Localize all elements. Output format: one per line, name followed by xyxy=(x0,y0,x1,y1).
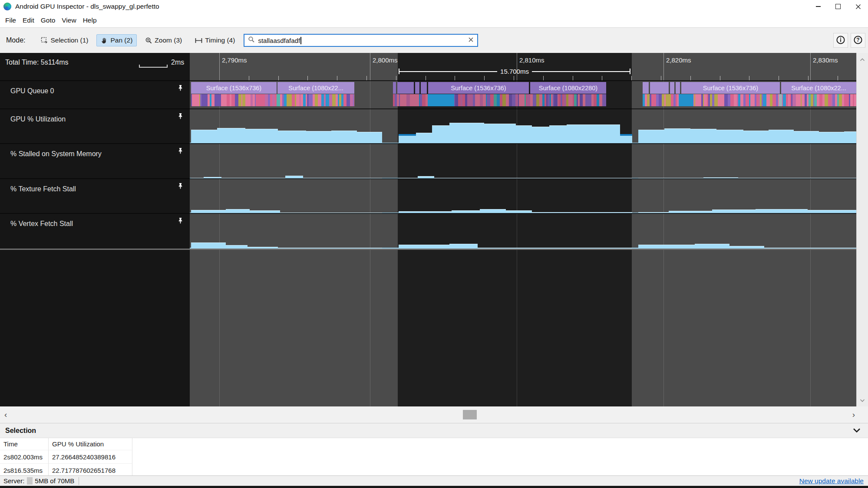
chart-segment[interactable] xyxy=(399,245,449,249)
slice-stripe xyxy=(265,94,268,106)
pin-icon[interactable] xyxy=(177,147,184,156)
surface-span[interactable]: Surface (1536x736) xyxy=(428,82,529,94)
surface-span[interactable] xyxy=(421,82,427,94)
info-button[interactable] xyxy=(833,33,848,48)
column-header-time: Time xyxy=(0,438,49,450)
surface-span[interactable]: Surface (1536x736) xyxy=(191,82,277,94)
surface-span-label: Surface (1080x22... xyxy=(288,85,343,92)
chart-segment[interactable] xyxy=(416,133,432,144)
menu-item-help[interactable]: Help xyxy=(83,16,97,24)
chart-segment[interactable] xyxy=(716,130,743,144)
table-row[interactable]: 2s816.535ms22.717787602651768 xyxy=(0,464,868,475)
chart-segment[interactable] xyxy=(357,132,382,144)
surface-span[interactable] xyxy=(393,82,396,94)
pin-icon[interactable] xyxy=(177,113,184,121)
selection-panel-header[interactable]: Selection xyxy=(0,423,868,438)
surface-span[interactable]: Surface (1080x22... xyxy=(781,82,856,94)
chart-segment[interactable] xyxy=(331,131,357,144)
chart-segment[interactable] xyxy=(217,128,245,144)
table-row[interactable]: 2s802.003ms27.266485240389816 xyxy=(0,450,868,464)
surface-span[interactable]: Surface (1080x2280) xyxy=(530,82,606,94)
slice-stripe xyxy=(594,94,597,106)
scroll-left-icon[interactable]: ‹ xyxy=(4,410,7,419)
surface-span[interactable] xyxy=(397,82,414,94)
timeline[interactable]: 2,790ms2,800ms2,810ms2,820ms2,830ms15.70… xyxy=(0,53,868,406)
tracks-end-line xyxy=(0,249,868,250)
surface-span[interactable] xyxy=(676,82,680,94)
mode-button-timing[interactable]: Timing (4) xyxy=(190,34,239,46)
chart-segment[interactable] xyxy=(449,123,484,144)
chart-segment[interactable] xyxy=(191,242,226,249)
pin-icon[interactable] xyxy=(177,217,184,226)
close-icon xyxy=(855,4,861,10)
surface-span[interactable]: Surface (1536x736) xyxy=(681,82,780,94)
scroll-down-icon[interactable] xyxy=(860,396,865,404)
chart-segment[interactable] xyxy=(690,129,716,144)
chart-segment[interactable] xyxy=(664,128,690,144)
chart-segment[interactable] xyxy=(549,125,567,144)
search-input[interactable]: stallaasdfafadf xyxy=(258,37,300,44)
vertical-scrollbar[interactable] xyxy=(856,53,868,406)
surface-span[interactable] xyxy=(415,82,419,94)
scroll-right-icon[interactable]: › xyxy=(852,410,855,419)
scrollbar-thumb[interactable] xyxy=(463,410,477,419)
pin-icon[interactable] xyxy=(177,85,184,93)
close-button[interactable] xyxy=(848,0,868,13)
gpu-queue-slices[interactable] xyxy=(191,94,354,106)
slice-stripe xyxy=(606,94,606,106)
surface-span[interactable] xyxy=(643,82,649,94)
chart-segment[interactable] xyxy=(638,130,664,144)
chart-segment-selected[interactable] xyxy=(399,134,416,144)
chart-segment[interactable] xyxy=(226,245,248,249)
menu-item-view[interactable]: View xyxy=(62,16,76,24)
surface-span[interactable] xyxy=(650,82,669,94)
track-label-gpu-queue-0: GPU Queue 0 xyxy=(10,87,54,95)
mode-button-pan[interactable]: Pan (2) xyxy=(96,34,137,46)
minimize-button[interactable] xyxy=(808,0,828,13)
chart-segment[interactable] xyxy=(844,131,856,144)
chevron-down-icon[interactable] xyxy=(852,428,861,434)
surface-span[interactable] xyxy=(670,82,674,94)
chart-segment-selected[interactable] xyxy=(620,134,632,144)
chart-segment[interactable] xyxy=(769,130,794,144)
slice-stripe xyxy=(196,94,199,106)
chart-segment[interactable] xyxy=(794,131,819,144)
chart-segment[interactable] xyxy=(819,132,844,144)
chart-segment[interactable] xyxy=(245,129,278,144)
slice-stripe xyxy=(221,94,224,106)
help-button[interactable]: ? xyxy=(851,33,865,48)
slice-stripe xyxy=(332,94,336,106)
surface-span[interactable]: Surface (1080x22... xyxy=(277,82,354,94)
gpu-queue-slices[interactable] xyxy=(643,94,856,106)
search-box[interactable]: stallaasdfafadf xyxy=(244,34,478,47)
chart-segment[interactable] xyxy=(567,124,620,144)
chart-segment[interactable] xyxy=(638,245,695,249)
mode-button-selection[interactable]: Selection (1) xyxy=(36,34,92,46)
svg-text:?: ? xyxy=(856,37,859,43)
chart-segment[interactable] xyxy=(695,244,729,249)
menu-item-edit[interactable]: Edit xyxy=(23,16,34,24)
chart-segment[interactable] xyxy=(516,125,532,144)
slice-stripe xyxy=(599,94,602,106)
track-header-panel: Total Time: 5s114ms2ms xyxy=(0,53,190,406)
update-link[interactable]: New update available xyxy=(799,477,864,485)
mode-button-zoom[interactable]: Zoom (3) xyxy=(141,34,186,46)
menu-item-file[interactable]: File xyxy=(5,16,16,24)
slice-stripe xyxy=(329,94,332,106)
chart-segment[interactable] xyxy=(191,130,217,144)
maximize-button[interactable] xyxy=(828,0,848,13)
chart-segment[interactable] xyxy=(484,124,516,144)
chart-segment[interactable] xyxy=(449,244,478,249)
chart-segment[interactable] xyxy=(743,131,769,144)
clear-search-icon[interactable] xyxy=(468,36,474,44)
chart-segment[interactable] xyxy=(306,131,331,144)
chart-segment[interactable] xyxy=(532,127,549,144)
horizontal-scrollbar[interactable]: ‹ › xyxy=(0,406,868,423)
chart-segment[interactable] xyxy=(278,131,306,144)
scroll-up-icon[interactable] xyxy=(860,56,865,63)
chart-segment[interactable] xyxy=(432,125,449,144)
gpu-queue-slices[interactable] xyxy=(393,94,606,106)
pin-icon[interactable] xyxy=(177,183,184,191)
menu-item-goto[interactable]: Goto xyxy=(41,16,56,24)
slice-stripe xyxy=(704,94,707,106)
